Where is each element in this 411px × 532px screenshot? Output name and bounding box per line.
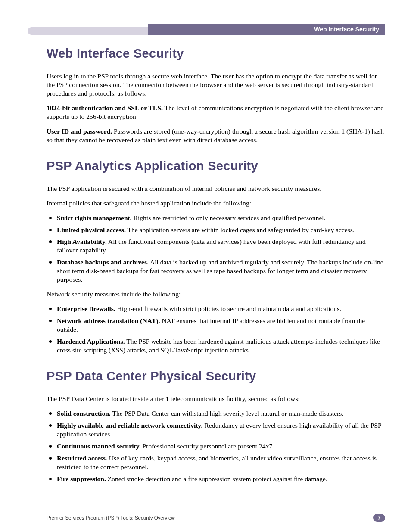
body-paragraph: The PSP Data Center is located inside a …: [47, 395, 385, 403]
bold-lead: Database backups and archives.: [57, 258, 149, 266]
list-item: Database backups and archives. All data …: [47, 258, 385, 284]
section-heading-analytics: PSP Analytics Application Security: [47, 159, 385, 173]
list-item: Continuous manned security. Professional…: [47, 442, 385, 451]
body-text: The PSP Data Center can withstand high s…: [111, 410, 343, 417]
header-title: Web Interface Security: [314, 26, 379, 33]
bold-lead: Solid construction.: [57, 410, 111, 417]
list-item: Restricted access. Use of key cards, key…: [47, 454, 385, 471]
list-item: Solid construction. The PSP Data Center …: [47, 409, 385, 418]
list-item: Hardened Applications. The PSP website h…: [47, 337, 385, 355]
bullet-list: Enterprise firewalls. High-end firewalls…: [47, 305, 385, 355]
list-item: Network address translation (NAT). NAT e…: [47, 317, 385, 334]
bold-lead: Highly available and reliable network co…: [57, 422, 202, 429]
header-bar: Web Interface Security: [148, 24, 385, 35]
body-paragraph: 1024-bit authentication and SSL or TLS. …: [47, 104, 385, 121]
list-item: Strict rights management. Rights are res…: [47, 214, 385, 222]
list-item: Limited physical access. The application…: [47, 226, 385, 234]
bold-lead: 1024-bit authentication and SSL or TLS.: [47, 104, 163, 112]
body-text: Rights are restricted to only necessary …: [132, 214, 326, 221]
list-item: Highly available and reliable network co…: [47, 421, 385, 439]
body-text: Professional security personnel are pres…: [141, 442, 274, 450]
page-number-badge: 7: [373, 514, 385, 522]
page-footer: Premier Services Program (PSP) Tools: Se…: [47, 514, 385, 522]
page-number: 7: [378, 515, 380, 520]
bold-lead: Restricted access.: [57, 454, 107, 462]
list-item: Fire suppression. Zoned smoke detection …: [47, 475, 385, 483]
bold-lead: High Availability.: [57, 238, 107, 245]
bold-lead: Strict rights management.: [57, 214, 132, 221]
bold-lead: User ID and password.: [47, 128, 112, 135]
page-header: Web Interface Security: [28, 24, 385, 35]
bold-lead: Enterprise firewalls.: [57, 305, 115, 312]
list-item: Enterprise firewalls. High-end firewalls…: [47, 305, 385, 313]
bullet-list: Strict rights management. Rights are res…: [47, 214, 385, 284]
list-item: High Availability. All the functional co…: [47, 237, 385, 255]
bold-lead: Hardened Applications.: [57, 338, 125, 345]
body-paragraph: Users log in to the PSP tools through a …: [47, 72, 385, 98]
body-paragraph: User ID and password. Passwords are stor…: [47, 127, 385, 144]
bold-lead: Fire suppression.: [57, 475, 106, 482]
header-pill-decoration: [28, 27, 148, 35]
page-content: Web Interface Security Users log in to t…: [47, 43, 385, 489]
footer-doc-title: Premier Services Program (PSP) Tools: Se…: [47, 515, 175, 520]
body-text: The application servers are within locke…: [126, 226, 355, 233]
body-paragraph: Internal policies that safeguard the hos…: [47, 199, 385, 208]
body-paragraph: Network security measures include the fo…: [47, 290, 385, 299]
section-heading-datacenter: PSP Data Center Physical Security: [47, 369, 385, 383]
section-heading-web-interface: Web Interface Security: [47, 47, 385, 61]
bold-lead: Network address translation (NAT).: [57, 317, 160, 324]
body-text: High-end firewalls with strict policies …: [115, 305, 341, 312]
bold-lead: Continuous manned security.: [57, 442, 141, 450]
bullet-list: Solid construction. The PSP Data Center …: [47, 409, 385, 483]
body-paragraph: The PSP application is secured with a co…: [47, 184, 385, 193]
body-text: Zoned smoke detection and a fire suppres…: [106, 475, 327, 482]
bold-lead: Limited physical access.: [57, 226, 126, 233]
